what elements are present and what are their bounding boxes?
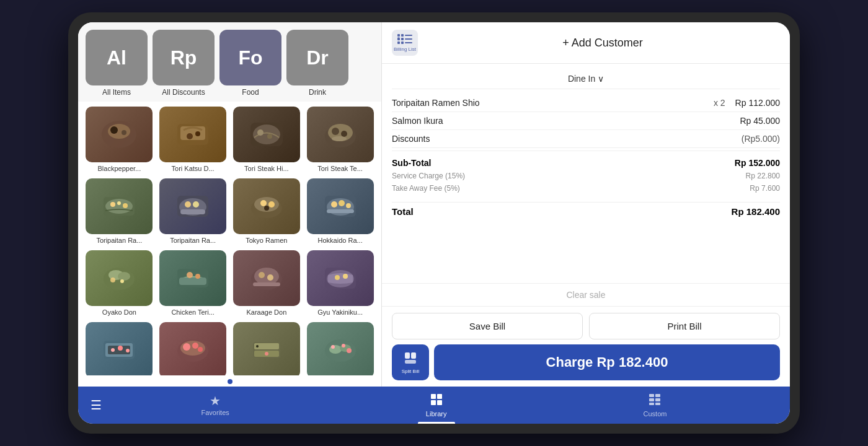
svg-point-35 (339, 200, 345, 206)
svg-point-59 (111, 348, 115, 352)
list-item[interactable]: Blackpepper... (86, 107, 153, 172)
svg-point-49 (259, 272, 265, 278)
save-bill-button[interactable]: Save Bill (392, 313, 583, 339)
list-item[interactable]: Chicken Teri... (159, 250, 227, 316)
svg-point-30 (268, 201, 275, 208)
billing-list-icon[interactable]: $ Billing List (392, 30, 418, 56)
add-customer-button[interactable]: + Add Customer (425, 37, 780, 50)
nav-item-library[interactable]: Library (426, 393, 447, 418)
category-tile-discounts: Rp (153, 30, 215, 85)
svg-point-60 (118, 346, 123, 351)
category-abbr-all: Al (107, 46, 126, 69)
list-item[interactable]: Tori Katsu D... (159, 107, 227, 172)
food-item-name: Tori Steak Hi... (244, 165, 289, 172)
list-item[interactable]: Karaage Don (233, 250, 301, 316)
bottom-actions: Save Bill Print Bill (382, 307, 790, 387)
svg-rect-85 (649, 394, 654, 397)
svg-point-73 (329, 345, 342, 354)
nav-label-favorites: Favorites (202, 409, 229, 416)
billing-list-label: Billing List (394, 46, 416, 52)
page-dot (228, 379, 232, 384)
items-grid: Blackpepper... Tori Katsu D... Tori Stea… (78, 102, 381, 375)
right-header: $ Billing List + Add Cus (382, 22, 790, 64)
svg-rect-78 (405, 352, 410, 359)
svg-point-77 (347, 348, 352, 353)
svg-rect-86 (655, 394, 660, 397)
bottom-nav: ☰ ★ Favorites Library (78, 387, 790, 424)
svg-point-18 (105, 199, 133, 214)
svg-rect-81 (431, 394, 436, 399)
list-item[interactable]: Tori Steak Te... (306, 107, 374, 172)
dine-in-label: Dine In (568, 74, 595, 84)
subtotal-line: Sub-Total Rp 152.000 (392, 156, 780, 170)
list-item[interactable]: Gyu Yakiniku... (306, 250, 374, 316)
svg-point-3 (122, 130, 126, 135)
list-item[interactable]: Tokyo Ramen (233, 178, 301, 244)
category-label-all: All Items (102, 88, 131, 97)
list-item[interactable]: Smoke Salm... (306, 322, 374, 375)
left-panel: Al All Items Rp All Discounts Fo (78, 22, 382, 387)
split-bill-button[interactable]: Split Bill (392, 344, 429, 380)
charge-row: Split Bill Charge Rp 182.400 (392, 344, 780, 380)
dine-in-selector[interactable]: Dine In ∨ (392, 69, 780, 89)
custom-icon (648, 393, 662, 408)
category-label-discounts: All Discounts (162, 88, 205, 97)
svg-point-41 (110, 278, 115, 282)
svg-point-25 (193, 201, 199, 208)
svg-point-16 (332, 136, 347, 141)
list-item[interactable]: Unagi Sushi (233, 322, 301, 375)
category-all-items[interactable]: Al All Items (86, 30, 148, 97)
svg-point-19 (110, 202, 115, 207)
category-drink[interactable]: Dr Drink (286, 30, 348, 97)
category-label-food: Food (242, 88, 259, 97)
scroll-indicator (78, 375, 381, 387)
charge-button[interactable]: Charge Rp 182.400 (434, 344, 780, 380)
food-item-name: Toripaitan Ra... (170, 237, 216, 244)
main-content: Al All Items Rp All Discounts Fo (78, 22, 790, 387)
category-bar: Al All Items Rp All Discounts Fo (78, 22, 381, 102)
category-tile-food: Fo (219, 30, 281, 85)
order-discounts: Discounts (Rp5.000) (392, 130, 780, 148)
svg-rect-51 (253, 282, 280, 286)
order-item-salmon: Salmon Ikura Rp 45.000 (392, 112, 780, 130)
category-food[interactable]: Fo Food (219, 30, 281, 97)
food-item-name: Gyu Yakiniku... (317, 308, 363, 316)
food-item-name: Tori Katsu D... (172, 165, 215, 172)
list-item[interactable]: Hokkaido Ra... (306, 178, 374, 244)
svg-rect-37 (327, 209, 354, 213)
order-item-name: Salmon Ikura (392, 116, 720, 126)
svg-point-29 (260, 200, 267, 206)
list-item[interactable]: Onigirazu (86, 322, 153, 375)
list-item[interactable]: Oyako Don (86, 250, 153, 316)
food-item-name: Tori Steak Te... (317, 165, 363, 172)
nav-item-custom[interactable]: Custom (644, 393, 667, 418)
order-item-name: Toripaitan Ramen Shio (392, 98, 704, 108)
take-away-fee-amount: Rp 7.600 (750, 184, 780, 193)
take-away-fee-label: Take Away Fee (5%) (392, 184, 460, 193)
list-item[interactable]: Salmon Ikura (159, 322, 227, 375)
svg-point-50 (267, 274, 273, 281)
discounts-amount: (Rp5.000) (742, 134, 780, 144)
clear-sale-button[interactable]: Clear sale (382, 283, 790, 307)
service-charge-line: Service Charge (15%) Rp 22.800 (392, 170, 780, 182)
svg-point-6 (187, 133, 193, 139)
library-icon (430, 393, 443, 408)
split-bill-label: Split Bill (402, 369, 419, 374)
hamburger-menu-button[interactable]: ☰ (91, 398, 102, 413)
tablet-frame: Al All Items Rp All Discounts Fo (68, 12, 800, 434)
order-item-price: Rp 45.000 (740, 116, 780, 126)
service-charge-label: Service Charge (15%) (392, 172, 465, 180)
svg-rect-26 (180, 209, 205, 214)
svg-point-46 (195, 274, 200, 279)
list-item[interactable]: Toripaitan Ra... (86, 178, 153, 244)
order-section: Dine In ∨ Toripaitan Ramen Shio x 2 Rp 1… (382, 64, 790, 283)
svg-point-61 (126, 349, 130, 352)
svg-point-14 (332, 128, 339, 135)
svg-point-40 (118, 272, 130, 281)
nav-item-favorites[interactable]: ★ Favorites (202, 395, 229, 416)
category-discounts[interactable]: Rp All Discounts (153, 30, 215, 97)
svg-point-66 (198, 347, 203, 352)
list-item[interactable]: Toripaitan Ra... (159, 178, 227, 244)
print-bill-button[interactable]: Print Bill (589, 313, 780, 339)
list-item[interactable]: Tori Steak Hi... (233, 107, 301, 172)
